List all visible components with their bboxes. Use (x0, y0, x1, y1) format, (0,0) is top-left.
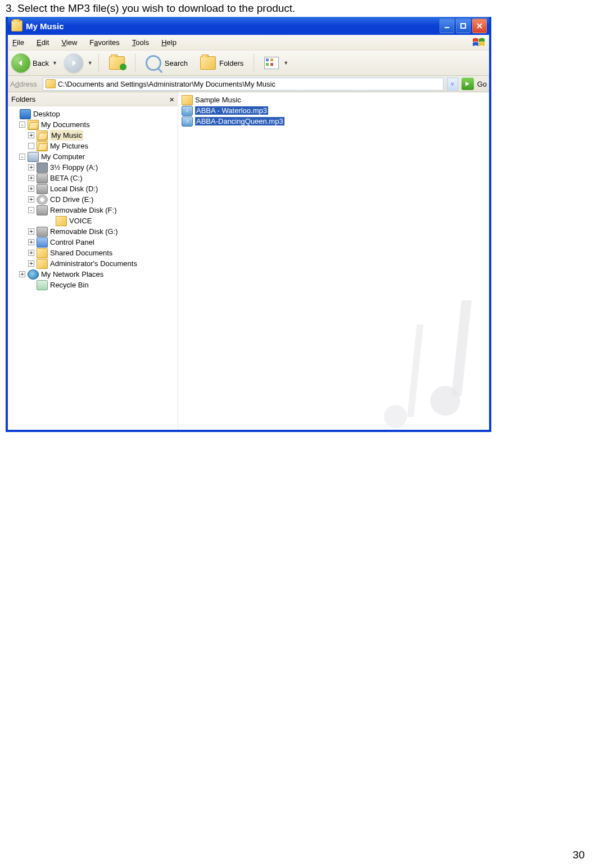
expand-icon[interactable]: + (28, 228, 34, 235)
tree-node[interactable]: -My Documents (10, 119, 178, 130)
tree-node[interactable]: +CD Drive (E:) (10, 194, 178, 205)
tree-node[interactable]: -Removable Disk (F:) (10, 205, 178, 215)
title-bar[interactable]: My Music (8, 17, 489, 35)
list-item[interactable]: ABBA - Waterloo.mp3 (182, 105, 486, 116)
cd-icon (37, 195, 48, 205)
file-list[interactable]: Sample MusicABBA - Waterloo.mp3ABBA-Danc… (178, 92, 489, 430)
folder-icon (46, 79, 56, 88)
folders-pane: Folders × Desktop-My Documents+My Music … (8, 92, 178, 430)
folders-button[interactable]: Folders (196, 55, 248, 71)
expand-icon[interactable]: + (19, 271, 25, 277)
menu-tools[interactable]: Tools (132, 38, 149, 47)
address-dropdown[interactable]: v (447, 78, 458, 91)
search-icon (146, 55, 161, 71)
tree-node-label: BETA (C:) (50, 173, 83, 183)
go-label: Go (477, 80, 487, 88)
tree-node[interactable]: +My Network Places (10, 269, 178, 280)
separator (254, 54, 254, 72)
list-item[interactable]: Sample Music (182, 95, 486, 105)
separator (135, 54, 135, 72)
tree-node[interactable]: +Control Panel (10, 237, 178, 248)
chevron-down-icon[interactable]: ▼ (88, 60, 93, 66)
music-icon (182, 116, 193, 127)
expand-icon[interactable]: + (28, 239, 34, 245)
tree-node-label: Control Panel (50, 237, 94, 248)
tree-node[interactable]: +BETA (C:) (10, 173, 178, 183)
back-label: Back (33, 59, 49, 68)
list-item-label: ABBA - Waterloo.mp3 (195, 106, 268, 115)
maximize-button[interactable] (456, 19, 471, 33)
views-button[interactable]: ▼ (260, 55, 293, 71)
folders-header: Folders × (8, 92, 178, 106)
folder-icon (56, 216, 67, 226)
menu-bar: File Edit View Favorites Tools Help (8, 35, 489, 51)
menu-view[interactable]: View (61, 38, 77, 47)
drive-icon (37, 173, 48, 183)
tree-node-label: My Pictures (50, 141, 88, 151)
forward-button[interactable] (64, 53, 83, 73)
window-body: Folders × Desktop-My Documents+My Music … (8, 92, 489, 430)
expand-icon[interactable]: + (28, 250, 34, 256)
tree-node[interactable]: Desktop (10, 109, 178, 119)
tree-node[interactable]: +Shared Documents (10, 248, 178, 258)
back-icon (11, 53, 30, 73)
tree-node[interactable]: +3½ Floppy (A:) (10, 162, 178, 173)
go-button[interactable] (462, 78, 474, 90)
svg-rect-1 (461, 24, 465, 28)
tree-node-label: My Music (50, 130, 83, 141)
music-icon (182, 106, 193, 116)
comp-icon (28, 152, 39, 162)
back-button[interactable]: Back ▼ (11, 53, 61, 73)
bin-icon (37, 280, 48, 290)
menu-help[interactable]: Help (161, 38, 177, 47)
views-icon (264, 57, 279, 69)
list-item-label: Sample Music (195, 96, 241, 104)
toolbar: Back ▼ ▼ Search Folders ▼ (8, 51, 489, 76)
tree-spacer (47, 218, 53, 224)
tree-node[interactable]: VOICE (10, 215, 178, 226)
expand-icon[interactable]: + (28, 196, 34, 203)
tree-node[interactable]: +Administrator's Documents (10, 258, 178, 269)
expand-icon[interactable]: + (28, 260, 34, 267)
address-bar: Address C:\Documents and Settings\Admini… (8, 76, 489, 92)
menu-edit[interactable]: Edit (37, 38, 49, 47)
tree-node-label: Removable Disk (F:) (50, 205, 116, 215)
expand-icon[interactable]: + (28, 164, 34, 170)
list-item[interactable]: ABBA-DancingQueen.mp3 (182, 116, 486, 127)
collapse-icon[interactable]: - (19, 122, 25, 128)
folder-tree[interactable]: Desktop-My Documents+My Music My Picture… (8, 106, 178, 293)
expand-icon[interactable]: + (28, 175, 34, 181)
tree-node[interactable]: +Local Disk (D:) (10, 183, 178, 194)
window-title: My Music (26, 21, 64, 31)
expand-icon[interactable]: + (28, 132, 34, 138)
folder-open-icon (37, 141, 48, 151)
close-button[interactable] (472, 19, 487, 33)
tree-node-label: Local Disk (D:) (50, 183, 98, 194)
menu-file[interactable]: File (12, 38, 24, 47)
drive-icon (37, 205, 48, 215)
cp-icon (37, 237, 48, 248)
menu-favorites[interactable]: Favorites (89, 38, 119, 47)
windows-flag-icon (471, 37, 487, 49)
search-button[interactable]: Search (141, 53, 192, 73)
tree-node[interactable]: -My Computer (10, 151, 178, 162)
minimize-button[interactable] (440, 19, 454, 33)
collapse-icon[interactable]: - (19, 154, 25, 160)
folder-icon (182, 95, 193, 105)
close-folders-button[interactable]: × (169, 95, 174, 104)
expand-icon[interactable]: + (28, 186, 34, 192)
up-button[interactable] (105, 55, 129, 71)
tree-node[interactable]: +My Music (10, 130, 178, 141)
address-input[interactable]: C:\Documents and Settings\Administrator\… (43, 78, 444, 91)
tree-node-label: VOICE (69, 215, 92, 226)
chevron-down-icon[interactable]: ▼ (52, 60, 57, 66)
explorer-window: My Music File Edit View Favorites Tools … (6, 17, 491, 432)
tree-node[interactable]: +Removable Disk (G:) (10, 226, 178, 237)
list-item-label: ABBA-DancingQueen.mp3 (195, 117, 284, 125)
tree-node-label: Removable Disk (G:) (50, 226, 118, 237)
instruction-text: 3. Select the MP3 file(s) you wish to do… (6, 2, 591, 15)
tree-node[interactable]: Recycle Bin (10, 280, 178, 290)
tree-node[interactable]: My Pictures (10, 141, 178, 151)
folder-icon (37, 259, 48, 269)
collapse-icon[interactable]: - (28, 207, 34, 213)
